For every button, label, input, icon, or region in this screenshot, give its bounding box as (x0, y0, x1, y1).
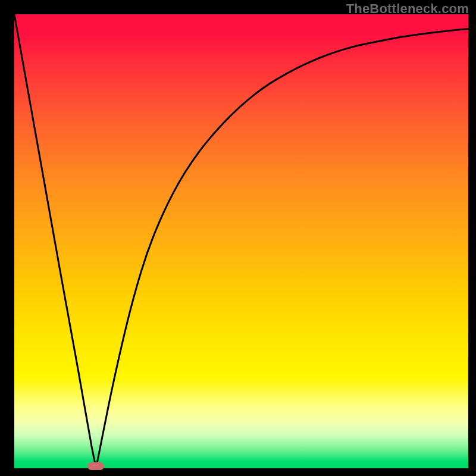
watermark-label: TheBottleneck.com (346, 1, 469, 17)
plot-area (14, 14, 468, 468)
chart-frame: TheBottleneck.com (0, 0, 476, 476)
optimum-marker (87, 462, 104, 470)
bottleneck-curve (14, 14, 468, 468)
